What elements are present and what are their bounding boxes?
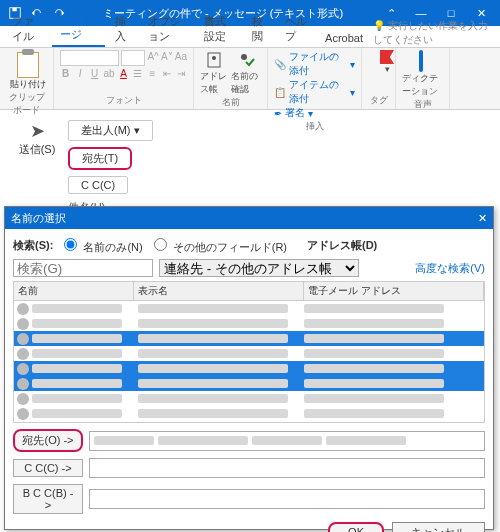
- send-label[interactable]: 送信(S): [16, 142, 58, 157]
- tab-file[interactable]: ファイル: [4, 11, 50, 47]
- minimize-icon[interactable]: —: [408, 7, 434, 20]
- dialog-bcc-button[interactable]: B C C(B) ->: [13, 484, 83, 514]
- col-name[interactable]: 名前: [14, 282, 134, 300]
- tab-review[interactable]: 校閲: [244, 11, 275, 47]
- paste-button[interactable]: 貼り付け: [6, 50, 50, 91]
- group-clipboard: クリップボード: [6, 91, 47, 117]
- table-row[interactable]: [14, 316, 484, 331]
- radio-other-fields[interactable]: その他のフィールド(R): [149, 235, 287, 255]
- advanced-search-link[interactable]: 高度な検索(V): [415, 261, 485, 276]
- col-email[interactable]: 電子メール アドレス: [304, 282, 484, 300]
- checknames-button[interactable]: 名前の確認: [231, 50, 262, 96]
- dialog-cc-value[interactable]: [89, 458, 485, 478]
- svg-point-4: [241, 54, 247, 60]
- addressbook-label: アドレス帳(D): [307, 238, 377, 253]
- dictation-button[interactable]: ディクテーション: [402, 50, 440, 98]
- shrink-font-icon[interactable]: A˅: [161, 51, 173, 65]
- dialog-close-icon[interactable]: ✕: [478, 212, 487, 225]
- tab-help[interactable]: ヘルプ: [277, 11, 315, 47]
- dialog-cc-button[interactable]: C C(C) ->: [13, 459, 83, 477]
- close-icon[interactable]: ✕: [468, 7, 494, 20]
- outdent-icon[interactable]: ⇤: [161, 68, 172, 82]
- group-font: フォント: [60, 94, 187, 107]
- numbering-icon[interactable]: ≡: [147, 68, 158, 82]
- font-color-icon[interactable]: A: [118, 68, 129, 82]
- mic-icon: [419, 50, 423, 72]
- tab-message[interactable]: メッセージ: [52, 9, 105, 47]
- clipboard-icon: [17, 52, 39, 78]
- table-row[interactable]: [14, 406, 484, 421]
- cancel-button[interactable]: キャンセル: [392, 522, 485, 532]
- addressbook-select[interactable]: 連絡先 - その他のアドレス帳: [159, 259, 359, 277]
- tab-format[interactable]: 書式設定: [196, 11, 242, 47]
- ok-button[interactable]: OK: [328, 522, 384, 532]
- grow-font-icon[interactable]: A^: [147, 51, 159, 65]
- col-display[interactable]: 表示名: [134, 282, 304, 300]
- dialog-title: 名前の選択: [11, 211, 66, 226]
- cc-button[interactable]: C C(C): [68, 176, 128, 194]
- tab-insert[interactable]: 挿入: [107, 11, 138, 47]
- tellme-hint[interactable]: 💡 実行したい作業を入力してください: [373, 19, 496, 47]
- ribbon-options-icon[interactable]: ⌃: [378, 7, 404, 20]
- underline-icon[interactable]: U: [89, 68, 100, 82]
- dialog-to-value[interactable]: [89, 431, 485, 451]
- table-row[interactable]: [14, 346, 484, 361]
- signature[interactable]: ✒ 署名 ▾: [274, 106, 355, 120]
- table-row[interactable]: [14, 331, 484, 346]
- table-row[interactable]: [14, 361, 484, 376]
- svg-point-3: [212, 56, 216, 60]
- change-case-icon[interactable]: Aa: [175, 51, 187, 65]
- search-label: 検索(S):: [13, 238, 53, 253]
- italic-icon[interactable]: I: [74, 68, 85, 82]
- maximize-icon[interactable]: □: [438, 7, 464, 20]
- select-names-dialog: 名前の選択 ✕ 検索(S): 名前のみ(N) その他のフィールド(R) アドレス…: [4, 206, 494, 530]
- group-voice: 音声: [402, 98, 443, 111]
- from-button[interactable]: 差出人(M) ▾: [68, 120, 153, 141]
- bullets-icon[interactable]: ☰: [132, 68, 143, 82]
- table-row[interactable]: [14, 376, 484, 391]
- table-row[interactable]: [14, 391, 484, 406]
- names-list[interactable]: [13, 301, 485, 423]
- attach-item[interactable]: 📋 アイテムの添付 ▾: [274, 78, 355, 106]
- table-row[interactable]: [14, 301, 484, 316]
- tab-options[interactable]: オプション: [140, 11, 193, 47]
- addressbook-button[interactable]: アドレス帳: [200, 50, 231, 96]
- dialog-bcc-value[interactable]: [89, 489, 485, 509]
- highlight-icon[interactable]: ab: [103, 68, 114, 82]
- tab-acrobat[interactable]: Acrobat: [317, 29, 371, 47]
- group-insert: 挿入: [274, 120, 355, 133]
- bold-icon[interactable]: B: [60, 68, 71, 82]
- to-button[interactable]: 宛先(T): [68, 147, 132, 170]
- dialog-to-button[interactable]: 宛先(O) ->: [13, 429, 83, 452]
- indent-icon[interactable]: ⇥: [176, 68, 187, 82]
- send-icon[interactable]: ➤: [16, 120, 58, 142]
- flag-icon: [380, 50, 394, 64]
- font-size[interactable]: [121, 50, 145, 66]
- list-header: 名前 表示名 電子メール アドレス: [13, 281, 485, 301]
- attach-file[interactable]: 📎 ファイルの添付 ▾: [274, 50, 355, 78]
- font-name[interactable]: [60, 50, 119, 66]
- radio-name-only[interactable]: 名前のみ(N): [59, 235, 142, 255]
- search-input[interactable]: [13, 259, 153, 277]
- group-tag: タグ: [368, 94, 389, 107]
- group-names: 名前: [200, 96, 261, 109]
